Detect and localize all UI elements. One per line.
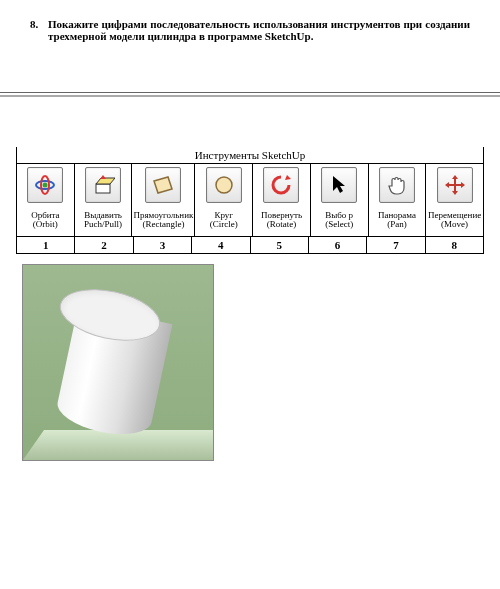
rotate-icon	[263, 167, 299, 203]
question-number: 8.	[30, 18, 48, 42]
move-icon	[437, 167, 473, 203]
tools-title: Инструменты SketchUp	[16, 147, 484, 163]
svg-point-2	[43, 183, 48, 188]
tool-number: 2	[75, 237, 133, 253]
pan-icon	[379, 167, 415, 203]
tool-label: Выдавить Puch/Pull)	[83, 204, 123, 236]
tools-row: Орбита (Orbit) Выдавить Puch/Pull) Прямо…	[16, 163, 484, 236]
tool-label: Повернуть (Rotate)	[260, 204, 303, 236]
svg-marker-5	[100, 175, 106, 179]
circle-icon	[206, 167, 242, 203]
ground-plane	[23, 430, 214, 460]
svg-rect-3	[96, 184, 110, 193]
tool-label: Орбита (Orbit)	[17, 204, 74, 236]
tool-number: 1	[16, 237, 75, 253]
select-icon	[321, 167, 357, 203]
tool-label: Перемещение (Move)	[427, 204, 482, 236]
tool-number: 5	[251, 237, 309, 253]
tool-label: Выбо р (Select)	[324, 204, 354, 236]
tool-number: 7	[367, 237, 425, 253]
tool-cell-pushpull: Выдавить Puch/Pull)	[75, 164, 133, 236]
number-row: 1 2 3 4 5 6 7 8	[16, 236, 484, 254]
tool-cell-pan: Панорама (Pan)	[369, 164, 427, 236]
question-text: Покажите цифрами последовательность испо…	[48, 18, 470, 42]
cylinder-figure	[22, 264, 214, 461]
tool-label: Круг (Circle)	[209, 204, 239, 236]
tool-cell-move: Перемещение (Move)	[426, 164, 484, 236]
svg-marker-10	[445, 175, 465, 195]
tool-cell-select: Выбо р (Select)	[311, 164, 369, 236]
svg-marker-8	[285, 175, 291, 180]
rectangle-icon	[145, 167, 181, 203]
tool-label: Прямоугольник (Rectangle)	[132, 204, 194, 236]
svg-marker-9	[333, 176, 345, 193]
tool-label: Панорама (Pan)	[377, 204, 417, 236]
pushpull-icon	[85, 167, 121, 203]
tool-number: 6	[309, 237, 367, 253]
orbit-icon	[27, 167, 63, 203]
tool-cell-orbit: Орбита (Orbit)	[16, 164, 75, 236]
tool-cell-rotate: Повернуть (Rotate)	[253, 164, 311, 236]
horizontal-divider	[0, 92, 500, 97]
question-block: 8. Покажите цифрами последовательность и…	[0, 0, 500, 52]
tool-number: 8	[426, 237, 484, 253]
tool-number: 4	[192, 237, 250, 253]
tool-cell-rectangle: Прямоугольник (Rectangle)	[132, 164, 195, 236]
svg-marker-6	[154, 177, 172, 193]
svg-point-7	[216, 177, 232, 193]
tool-number: 3	[134, 237, 192, 253]
tools-table: Инструменты SketchUp Орбита (Orbit) Выда…	[16, 147, 484, 254]
tool-cell-circle: Круг (Circle)	[195, 164, 253, 236]
